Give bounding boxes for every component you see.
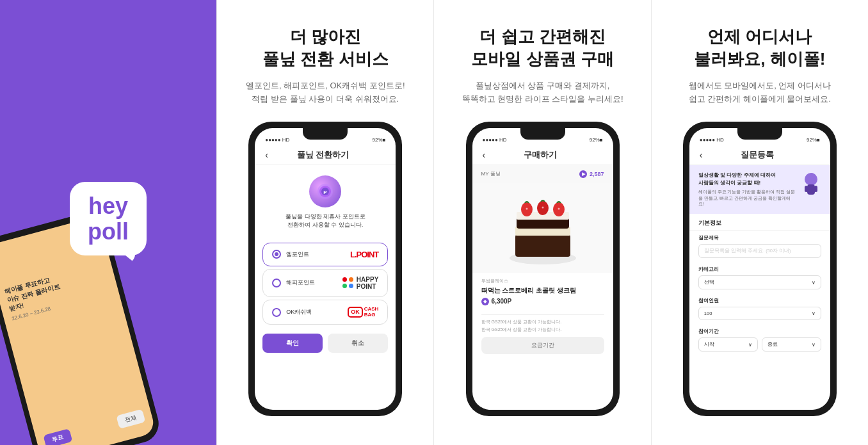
feature-title-2: 더 많아진 풀닢 전환 서비스 xyxy=(262,26,388,70)
coin-icon-area: P 풀닢을 다양한 제휴사 포인트로 전환하여 사용할 수 있습니다. xyxy=(255,165,396,240)
feature-panel-2: 더 많아진 풀닢 전환 서비스 엘포인트, 해피포인트, OK캐쉬백 포인트로!… xyxy=(217,0,433,445)
logo-text: hey poll xyxy=(88,193,129,244)
feature-desc-3: 풀닢상점에서 상품 구매와 결제까지, 똑똑하고 현명한 라이프 스타일을 누리… xyxy=(462,79,623,106)
vote-button: 투표 xyxy=(43,428,72,445)
product-note: 한국 GS25에서 상품 교환이 가능합니다. xyxy=(472,319,613,325)
confirm-button[interactable]: 확인 xyxy=(262,334,323,353)
option-happypoint: 해피포인트 HAPPYPOINT xyxy=(262,269,388,297)
field-label-period: 참여기간 xyxy=(698,328,821,335)
banner-content: 일상생활 및 다양한 주제에 대하여 사람들의 생각이 궁금할 때! 헤이폴의 … xyxy=(698,172,796,207)
banner-title: 일상생활 및 다양한 주제에 대하여 사람들의 생각이 궁금할 때! xyxy=(698,172,796,187)
icon-description: 풀닢을 다양한 제휴사 포인트로 전환하여 사용할 수 있습니다. xyxy=(285,213,366,230)
chevron-down-icon: ∨ xyxy=(812,280,816,286)
radio-happypoint xyxy=(272,279,281,287)
radio-lpoint xyxy=(272,250,281,259)
logo-container: hey poll xyxy=(70,182,147,255)
feature-panel-3: 더 쉽고 간편해진 모바일 상품권 구매 풀닢상점에서 상품 구매와 결제까지,… xyxy=(434,0,650,445)
option-label-happypoint: 해피포인트 xyxy=(286,279,342,287)
chevron-down-icon-4: ∨ xyxy=(812,342,816,348)
svg-rect-5 xyxy=(515,234,570,257)
feature-title-4: 언제 어디서나 불러봐요, 헤이폴! xyxy=(694,26,825,70)
svg-rect-17 xyxy=(805,186,808,192)
back-arrow-icon-2: ‹ xyxy=(265,150,268,160)
feature-panel-4: 언제 어디서나 불러봐요, 헤이폴! 웹에서도 모바일에서도, 언제 어디서나 … xyxy=(652,0,868,445)
phone-header-2: ‹ 풀닢 전환하기 xyxy=(255,145,396,165)
action-buttons-2: 확인 취소 xyxy=(255,327,396,359)
cancel-button[interactable]: 취소 xyxy=(328,334,388,353)
info-banner: 일상생활 및 다양한 주제에 대하여 사람들의 생각이 궁금할 때! 헤이폴의 … xyxy=(689,165,830,214)
field-label-participants: 참여인원 xyxy=(698,297,821,304)
brand-panel: hey poll 헤이폴 투표하고 이슈 진짜 폴라이트 받자! 22.6.20… xyxy=(0,0,216,445)
lpoint-logo: L.POINT xyxy=(350,250,378,259)
product-note-full: 한국 GS25에서 상품 교환이 가능합니다. xyxy=(472,327,613,333)
field-participants: 참여인원 100 ∨ xyxy=(689,293,830,324)
points-display: ▶ 2,587 xyxy=(579,170,604,178)
header-title-3: 구매하기 xyxy=(490,149,590,161)
chevron-down-icon-2: ∨ xyxy=(812,311,816,316)
period-start-select[interactable]: 시작 ∨ xyxy=(698,337,758,352)
chevron-down-icon-3: ∨ xyxy=(748,342,752,348)
period-end-select[interactable]: 종료 ∨ xyxy=(762,337,821,352)
product-divider xyxy=(481,314,604,315)
back-arrow-icon-4: ‹ xyxy=(700,150,703,160)
field-select-participants[interactable]: 100 ∨ xyxy=(698,307,821,320)
price-display: ◆ 6,300P xyxy=(481,298,604,305)
svg-point-15 xyxy=(805,173,817,186)
product-image xyxy=(472,183,613,273)
phone-notch-2 xyxy=(303,128,348,140)
banner-character xyxy=(801,172,821,201)
field-period: 참여기간 시작 ∨ 종료 ∨ xyxy=(689,324,830,355)
svg-point-12 xyxy=(526,207,527,209)
field-question-title: 질문제목 질문목록을 입력해 주세요. (50자 이내) xyxy=(689,231,830,262)
phone-notch-3 xyxy=(520,128,565,140)
radio-okcashbag xyxy=(272,308,281,317)
brand-name: 투썸플레이스 xyxy=(481,278,604,284)
svg-rect-18 xyxy=(814,186,817,192)
option-label-okcashbag: OK캐쉬백 xyxy=(286,308,348,316)
field-category: 카테고리 선택 ∨ xyxy=(689,262,830,293)
buy-button[interactable]: 요금기간 xyxy=(481,337,604,354)
header-title-4: 질문등록 xyxy=(708,149,807,161)
header-title-2: 풀닢 전환하기 xyxy=(273,149,373,161)
my-poolnil-bar: MY 풀닢 ▶ 2,587 xyxy=(472,165,613,183)
field-select-category[interactable]: 선택 ∨ xyxy=(698,275,821,289)
svg-point-13 xyxy=(542,206,543,208)
option-label-lpoint: 엘포인트 xyxy=(286,250,350,259)
option-okcashbag: OK캐쉬백 OK CASHBAG xyxy=(262,300,388,325)
period-selects: 시작 ∨ 종료 ∨ xyxy=(698,337,821,352)
option-lpoint: 엘포인트 L.POINT xyxy=(262,243,388,266)
phone-mockup-4: ●●●●● HD 92%■ ‹ 질문등록 일상생활 및 다양한 주제에 대하여 … xyxy=(683,122,837,416)
okcashbag-logo: OK CASHBAG xyxy=(348,307,378,318)
phone-mockup-2: ●●●●● HD 92%■ ‹ 풀닢 전환하기 P xyxy=(248,122,402,416)
product-name: 떠먹는 스트로베리 초콜릿 생크림 xyxy=(481,286,604,295)
my-label: MY 풀닢 xyxy=(481,170,501,177)
price-coin-icon: ◆ xyxy=(481,298,489,305)
phone-notch-4 xyxy=(737,128,782,140)
phone-header-3: ‹ 구매하기 xyxy=(472,145,613,165)
coin-icon-small: ▶ xyxy=(579,170,587,178)
phone-header-4: ‹ 질문등록 xyxy=(689,145,830,165)
feature-desc-2: 엘포인트, 해피포인트, OK캐쉬백 포인트로! 적립 받은 풀닢 사용이 더욱… xyxy=(246,79,405,106)
svg-rect-16 xyxy=(807,184,815,195)
happypoint-logo: HAPPYPOINT xyxy=(342,276,378,290)
coin-icon: P xyxy=(309,175,341,207)
feature-desc-4: 웹에서도 모바일에서도, 언제 어디서나 쉽고 간편하게 헤이폴에게 물어보세요… xyxy=(689,79,831,106)
cake-illustration xyxy=(501,186,584,270)
field-input-title[interactable]: 질문목록을 입력해 주세요. (50자 이내) xyxy=(698,244,821,258)
svg-text:P: P xyxy=(324,190,328,195)
field-label-title: 질문제목 xyxy=(698,234,821,241)
feature-title-3: 더 쉽고 간편해진 모바일 상품권 구매 xyxy=(471,26,613,70)
phone-mockup-3: ●●●●● HD 92%■ ‹ 구매하기 MY 풀닢 ▶ 2,587 xyxy=(466,122,620,416)
next-button: 전체 xyxy=(116,409,145,429)
svg-point-14 xyxy=(558,207,559,209)
product-info: 투썸플레이스 떠먹는 스트로베리 초콜릿 생크림 ◆ 6,300P xyxy=(472,273,613,311)
field-label-category: 카테고리 xyxy=(698,266,821,273)
banner-subtitle: 헤이폴의 주요 기능을 기반을 활용하여 직접 설문을 만들고, 빠르고 간편하… xyxy=(698,189,796,207)
section-title: 기본정보 xyxy=(689,214,830,231)
back-arrow-icon-3: ‹ xyxy=(483,150,486,160)
